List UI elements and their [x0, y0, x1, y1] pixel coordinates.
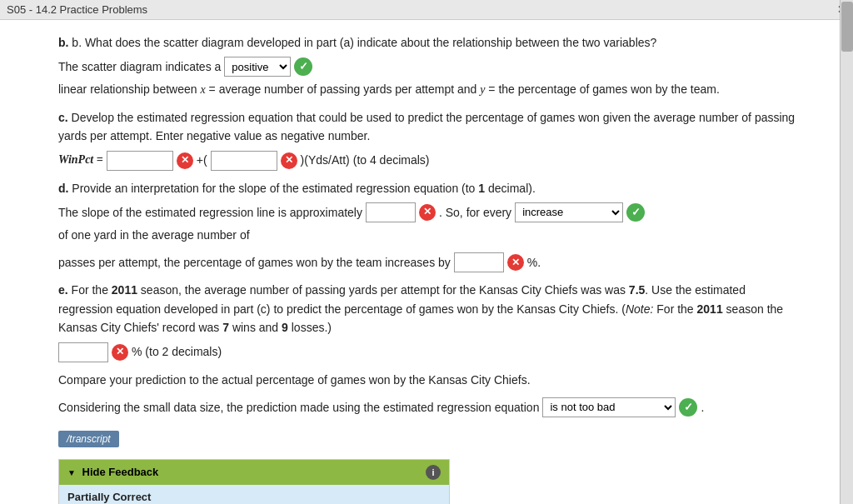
- winpct-decimals: (to 4 decimals): [353, 151, 430, 169]
- part-c-label: c.: [58, 111, 68, 124]
- part-d-pct-x-icon[interactable]: ✕: [507, 254, 524, 271]
- part-e-decimals: % (to 2 decimals): [132, 342, 222, 361]
- part-d-text4: passes per attempt, the percentage of ga…: [58, 253, 451, 272]
- winpct-yds: )(Yds/Att): [301, 151, 350, 169]
- winpct-slope-x-icon[interactable]: ✕: [281, 152, 297, 169]
- considering-check-icon: ✓: [679, 398, 697, 417]
- part-d-label: d.: [58, 182, 68, 195]
- part-e-answer-row: ✕ % (to 2 decimals): [58, 342, 803, 362]
- part-d-text1: The slope of the estimated regression li…: [58, 203, 362, 222]
- part-d-question: d. Provide an interpretation for the slo…: [58, 179, 803, 197]
- part-b-answer-row: The scatter diagram indicates a positive…: [58, 57, 803, 99]
- part-b-label: b.: [58, 36, 68, 49]
- part-e-section: e. For the 2011 season, the average numb…: [58, 281, 803, 362]
- part-b-check-icon: ✓: [294, 57, 312, 76]
- winpct-label: WinPct =: [58, 151, 103, 169]
- top-bar: S05 - 14.2 Practice Problems ✕: [0, 0, 853, 20]
- part-d-answer-row2: passes per attempt, the percentage of ga…: [58, 252, 803, 272]
- part-b-section: b. b. What does the scatter diagram deve…: [58, 33, 803, 100]
- part-b-question: b. b. What does the scatter diagram deve…: [58, 33, 803, 52]
- considering-period: .: [701, 401, 704, 414]
- feedback-section: ▼ Hide Feedback i Partially Correct: [58, 459, 450, 504]
- page-wrapper: S05 - 14.2 Practice Problems ✕ b. b. Wha…: [0, 0, 853, 504]
- compare-section: Compare your prediction to the actual pe…: [58, 371, 803, 389]
- winpct-row: WinPct = ✕ +( ✕ )(Yds/Att) (to 4 decimal…: [58, 151, 803, 171]
- part-e-label: e.: [58, 283, 68, 297]
- part-d-answer-row: The slope of the estimated regression li…: [58, 202, 803, 244]
- winpct-plus: +(: [197, 151, 207, 169]
- right-scrollbar[interactable]: [840, 0, 853, 504]
- considering-dropdown[interactable]: is not too bad is very bad is excellent: [542, 397, 676, 417]
- collapse-triangle-icon: ▼: [67, 468, 76, 477]
- part-d-slope-input[interactable]: [366, 202, 416, 222]
- winpct-intercept-input[interactable]: [107, 151, 173, 171]
- part-d-pct-input[interactable]: [454, 252, 504, 272]
- part-d-check-icon: ✓: [626, 203, 645, 222]
- part-b-text-after: linear relationship between x = average …: [58, 80, 720, 99]
- winpct-slope-input[interactable]: [211, 151, 277, 171]
- hide-feedback-label: Hide Feedback: [82, 466, 159, 478]
- feedback-header-left: ▼ Hide Feedback: [67, 466, 158, 478]
- part-b-relationship-dropdown[interactable]: positive negative no: [224, 57, 291, 77]
- page-title: S05 - 14.2 Practice Problems: [7, 3, 147, 16]
- part-d-slope-x-icon[interactable]: ✕: [419, 204, 436, 221]
- part-d-text3: of one yard in the average number of: [58, 226, 250, 244]
- compare-text: Compare your prediction to the actual pe…: [58, 371, 803, 389]
- part-e-pct-input[interactable]: [58, 342, 108, 362]
- considering-text: Considering the small data size, the pre…: [58, 401, 539, 414]
- part-d-text2: . So, for every: [439, 203, 511, 222]
- feedback-header[interactable]: ▼ Hide Feedback i: [59, 460, 449, 485]
- part-d-direction-dropdown[interactable]: increase decrease: [515, 202, 623, 222]
- transcript-area: /transcript: [58, 431, 803, 447]
- part-c-section: c. Develop the estimated regression equa…: [58, 108, 803, 171]
- content-area: b. b. What does the scatter diagram deve…: [0, 20, 853, 504]
- feedback-body: Partially Correct: [59, 485, 449, 504]
- feedback-info-icon: i: [426, 465, 441, 480]
- transcript-button[interactable]: /transcript: [58, 431, 119, 447]
- part-d-pct-sign: %.: [527, 253, 541, 272]
- part-e-question: e. For the 2011 season, the average numb…: [58, 281, 803, 337]
- part-c-question: c. Develop the estimated regression equa…: [58, 108, 803, 146]
- feedback-status: Partially Correct: [67, 491, 151, 503]
- part-d-section: d. Provide an interpretation for the slo…: [58, 179, 803, 273]
- part-e-x-icon[interactable]: ✕: [112, 344, 128, 361]
- part-b-text-before: The scatter diagram indicates a: [58, 57, 221, 76]
- winpct-intercept-x-icon[interactable]: ✕: [177, 152, 193, 169]
- scrollbar-thumb: [841, 2, 853, 52]
- considering-row: Considering the small data size, the pre…: [58, 397, 803, 417]
